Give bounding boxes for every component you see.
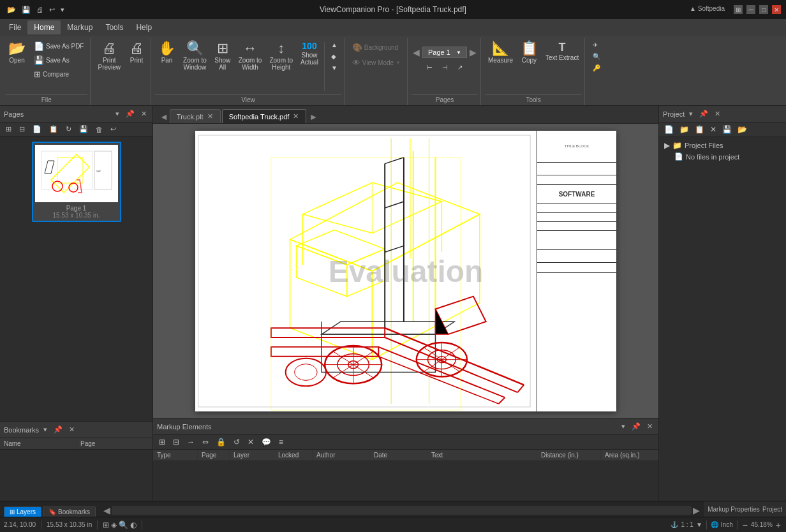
- bookmarks-close-btn[interactable]: ✕: [67, 425, 77, 434]
- tab-softpedia-close[interactable]: ✕: [292, 112, 299, 121]
- viewer-area[interactable]: Evaluation TITLE BLOCK SOFTWARE: [153, 124, 658, 418]
- pages-tb-8[interactable]: ↩: [107, 124, 119, 135]
- qa-undo[interactable]: ↩: [47, 4, 57, 15]
- menu-markup[interactable]: Markup: [61, 20, 99, 34]
- markup-tb-5[interactable]: 🔒: [213, 436, 229, 448]
- qa-open[interactable]: 📂: [5, 4, 18, 15]
- pages-tb-1[interactable]: ⊞: [3, 124, 15, 135]
- pages-pin-btn[interactable]: 📌: [124, 109, 137, 119]
- page-selector[interactable]: Page 1 ▼: [422, 47, 467, 58]
- markup-tb-2[interactable]: ⊟: [170, 436, 182, 448]
- scroll-left-btn[interactable]: ◀: [102, 504, 112, 517]
- pin-btn[interactable]: ⊞: [734, 5, 743, 14]
- zoom-width-button[interactable]: ↔ Zoom toWidth: [235, 40, 265, 73]
- tab-softpedia-truck[interactable]: Softpedia Truck.pdf ✕: [222, 109, 307, 123]
- page-next-btn[interactable]: ▶: [468, 46, 478, 59]
- zoom-height-button[interactable]: ↕ Zoom toHeight: [266, 40, 296, 73]
- background-button[interactable]: 🎨 Background: [348, 41, 402, 54]
- pages-tb-4[interactable]: 📋: [46, 124, 61, 135]
- markup-tb-6[interactable]: ↺: [230, 436, 243, 448]
- zoom-in-btn[interactable]: +: [775, 520, 782, 530]
- tab-truck-plt-close[interactable]: ✕: [207, 112, 214, 121]
- last-page-btn[interactable]: ⊣: [438, 62, 452, 73]
- menu-help[interactable]: Help: [130, 20, 158, 34]
- status-icon-3[interactable]: 🔍: [119, 521, 128, 529]
- render-btn-3[interactable]: ▼: [327, 63, 341, 73]
- close-btn[interactable]: ✕: [772, 5, 781, 14]
- project-tb-6[interactable]: 📂: [735, 124, 750, 135]
- bookmarks-menu-btn[interactable]: ▾: [41, 425, 49, 434]
- markup-pin-btn[interactable]: 📌: [630, 422, 642, 431]
- markup-tb-7[interactable]: ✕: [244, 436, 257, 448]
- markup-tb-1[interactable]: ⊞: [156, 436, 168, 448]
- qa-dropdown[interactable]: ▾: [59, 4, 66, 15]
- markup-menu-btn[interactable]: ▾: [619, 422, 627, 431]
- zoom-out-btn[interactable]: −: [741, 520, 749, 530]
- tb-row-5: [537, 250, 616, 263]
- pages-menu-btn[interactable]: ▾: [114, 109, 121, 119]
- project-tb-4[interactable]: ✕: [708, 124, 719, 135]
- zoom-window-button[interactable]: 🔍 Zoom toWindow: [180, 40, 210, 73]
- qa-save[interactable]: 💾: [20, 4, 33, 15]
- pan-button[interactable]: ✋ Pan: [155, 40, 179, 66]
- save-as-button[interactable]: 💾 Save As: [30, 54, 87, 67]
- page-prev-btn[interactable]: ◀: [412, 46, 421, 59]
- text-extract-button[interactable]: T Text Extract: [542, 40, 582, 63]
- show-all-button[interactable]: ⊞ ShowAll: [211, 40, 234, 73]
- scale-dropdown[interactable]: ▼: [696, 521, 702, 528]
- menu-tools[interactable]: Tools: [99, 20, 130, 34]
- status-icon-2[interactable]: ◈: [111, 521, 117, 529]
- horizontal-scrollbar[interactable]: [112, 506, 692, 515]
- extra-btn-2[interactable]: 🔍: [589, 51, 604, 62]
- pages-tb-7[interactable]: 🗑: [93, 124, 106, 135]
- pages-close-btn[interactable]: ✕: [139, 109, 149, 119]
- project-tb-1[interactable]: 📄: [662, 124, 676, 135]
- status-icon-1[interactable]: ⊞: [103, 521, 109, 529]
- first-page-btn[interactable]: ⊢: [423, 62, 436, 73]
- menu-home[interactable]: Home: [27, 20, 61, 34]
- minimize-btn[interactable]: ─: [746, 5, 755, 14]
- render-btn-1[interactable]: ▲: [327, 40, 341, 50]
- project-tb-3[interactable]: 📋: [692, 124, 707, 135]
- markup-table-header: Type Page Layer Locked Author Date Text …: [153, 450, 658, 461]
- view-mode-button[interactable]: 👁 View Mode ▼: [348, 56, 404, 70]
- compare-button[interactable]: ⊞ Compare: [30, 68, 87, 81]
- goto-page-btn[interactable]: ↗: [454, 62, 466, 73]
- print-preview-button[interactable]: 🖨 PrintPreview: [94, 40, 124, 73]
- extra-btn-3[interactable]: 🔑: [589, 63, 604, 73]
- bottom-tab-layers[interactable]: ⊞ Layers: [4, 506, 41, 517]
- save-as-pdf-button[interactable]: 📄 Save As PDF: [30, 40, 87, 53]
- bookmarks-pin-btn[interactable]: 📌: [52, 425, 64, 434]
- bottom-tab-bookmarks[interactable]: 🔖 Bookmarks: [43, 506, 96, 517]
- project-tb-2[interactable]: 📁: [677, 124, 692, 135]
- tab-truck-plt[interactable]: Truck.plt ✕: [170, 109, 221, 123]
- print-button[interactable]: 🖨 Print: [125, 40, 148, 66]
- project-close-btn[interactable]: ✕: [713, 109, 722, 119]
- pages-tb-3[interactable]: 📄: [29, 124, 45, 135]
- open-button[interactable]: 📂 Open: [5, 40, 29, 66]
- markup-close-btn[interactable]: ✕: [645, 422, 655, 431]
- maximize-btn[interactable]: □: [759, 5, 768, 14]
- render-btn-2[interactable]: ◆: [327, 51, 341, 62]
- project-tb-5[interactable]: 💾: [720, 124, 734, 135]
- markup-tb-8[interactable]: 💬: [258, 436, 274, 448]
- qa-print[interactable]: 🖨: [34, 4, 45, 15]
- tab-nav-right[interactable]: ►: [308, 110, 319, 123]
- measure-button[interactable]: 📐 Measure: [485, 40, 516, 66]
- scroll-right-btn[interactable]: ▶: [692, 504, 701, 517]
- status-icon-4[interactable]: ◐: [130, 521, 137, 529]
- markup-tb-3[interactable]: →: [184, 436, 198, 448]
- show-actual-button[interactable]: 100 ShowActual: [297, 40, 322, 68]
- pages-tb-6[interactable]: 💾: [76, 124, 91, 135]
- extra-btn-1[interactable]: ✈: [589, 40, 604, 50]
- tab-nav-left[interactable]: ◄: [158, 110, 170, 123]
- markup-tb-4[interactable]: ⇔: [199, 436, 212, 448]
- project-menu-btn[interactable]: ▾: [687, 109, 695, 119]
- menu-file[interactable]: File: [3, 20, 27, 34]
- markup-tb-9[interactable]: ≡: [276, 436, 286, 448]
- copy-button[interactable]: 📋 Copy: [517, 40, 541, 66]
- project-pin-btn[interactable]: 📌: [697, 109, 710, 119]
- pages-tb-2[interactable]: ⊟: [16, 124, 28, 135]
- page-thumbnail[interactable]: SW Page 1 15.53 x 10.35 in.: [32, 142, 121, 222]
- pages-tb-5[interactable]: ↻: [63, 124, 75, 135]
